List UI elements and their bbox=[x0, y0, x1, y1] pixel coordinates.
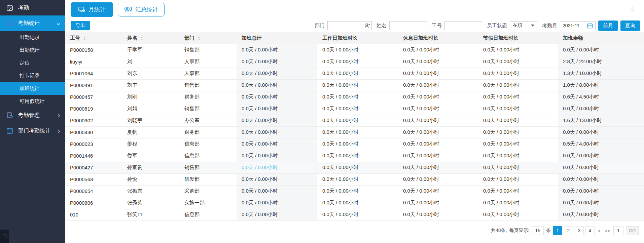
table-row[interactable]: P0001446 娄军 信息部 0.0天 / 0.00小时 0.0天 / 0.0… bbox=[65, 150, 644, 162]
last-page-button[interactable]: >> bbox=[604, 228, 611, 233]
cell-employee-id: P0000427 bbox=[65, 162, 122, 173]
sidebar: 考勤 考勤统计 出勤记录 出勤统计 定位 打卡记录 bbox=[0, 0, 65, 243]
cell-holiday-overtime: 0.0天 / 0.00小时 bbox=[478, 103, 558, 115]
sidebar-item-attendance-stats[interactable]: 考勤统计 bbox=[0, 15, 65, 31]
toolbar: 导出 部门 姓名 工号 员工状态 bbox=[65, 19, 644, 32]
sidebar-item-attendance-management[interactable]: 考勤管理 bbox=[0, 108, 65, 123]
table-row[interactable]: P0000457 刘刚 财务部 0.0天 / 0.00小时 0.0天 / 0.0… bbox=[65, 91, 644, 103]
cell-workday-overtime: 0.0天 / 0.00小时 bbox=[317, 162, 398, 173]
sort-icon[interactable]: ▲▼ bbox=[83, 36, 86, 41]
cell-overtime-balance: 0.0天 / 0.00小时 bbox=[558, 197, 644, 209]
query-button[interactable]: 查询 bbox=[620, 21, 640, 31]
table-row[interactable]: P0000427 孙富贵 销售部 0.0天 / 0.00小时 0.0天 / 0.… bbox=[65, 162, 644, 173]
cell-overtime-balance: 0.0天 / 0.00小时 bbox=[558, 126, 644, 138]
sidebar-bottom-widget[interactable] bbox=[0, 230, 9, 243]
prev-month-button[interactable]: 前月 bbox=[598, 21, 618, 31]
cell-workday-overtime: 0.0天 / 0.00小时 bbox=[317, 91, 398, 103]
cell-holiday-overtime: 0.0天 / 0.00小时 bbox=[478, 162, 558, 173]
cell-department: 采购部 bbox=[179, 185, 237, 197]
status-select[interactable]: 在职 bbox=[510, 21, 537, 30]
sidebar-submenu-item[interactable]: 定位 bbox=[0, 56, 65, 69]
cell-employee-id: P0001446 bbox=[65, 150, 122, 162]
page-button[interactable]: 4 bbox=[585, 226, 595, 235]
cell-employee-id: P0000619 bbox=[65, 103, 122, 115]
name-input[interactable] bbox=[389, 21, 427, 30]
cell-department: 信息部 bbox=[179, 150, 237, 162]
cell-workday-overtime: 0.0天 / 0.00小时 bbox=[317, 103, 398, 115]
cell-employee-id: P0000654 bbox=[65, 185, 122, 197]
sort-icon[interactable]: ▲▼ bbox=[198, 36, 200, 41]
person-add-icon[interactable] bbox=[364, 23, 370, 29]
table-row[interactable]: P0000619 刘娟 销售部 0.0天 / 0.00小时 0.0天 / 0.0… bbox=[65, 103, 644, 115]
cell-name: 刘—— bbox=[122, 56, 179, 68]
sidebar-submenu-item[interactable]: 出勤记录 bbox=[0, 31, 65, 44]
sidebar-submenu-item[interactable]: 出勤统计 bbox=[0, 44, 65, 56]
table-row[interactable]: P0000902 刘晓宇 办公室 0.0天 / 0.00小时 0.0天 / 0.… bbox=[65, 115, 644, 126]
cell-restday-overtime: 0.0天 / 0.00小时 bbox=[398, 197, 478, 209]
cell-department: 财务部 bbox=[179, 126, 237, 138]
status-label: 员工状态 bbox=[487, 23, 507, 29]
page-button[interactable]: 2 bbox=[564, 226, 573, 235]
page-button[interactable]: 1 bbox=[553, 226, 562, 235]
calendar-grid-icon bbox=[6, 127, 13, 134]
sidebar-item-department-stats[interactable]: 部门考勤统计 bbox=[0, 123, 65, 138]
sidebar-submenu-item[interactable]: 打卡记录 bbox=[0, 69, 65, 82]
employee-id-input[interactable] bbox=[444, 21, 482, 30]
sidebar-submenu: 出勤记录 出勤统计 定位 打卡记录 加班统计 可用假统计 bbox=[0, 31, 65, 108]
export-button[interactable]: 导出 bbox=[71, 21, 90, 30]
table-row[interactable]: P0000806 张秀英 实施一部 0.0天 / 0.00小时 0.0天 / 0… bbox=[65, 197, 644, 209]
page-size-box[interactable]: 15 bbox=[532, 226, 544, 235]
col-header-name[interactable]: 姓名 ▲▼ bbox=[122, 32, 179, 44]
sidebar-item-attendance[interactable]: 考勤 bbox=[0, 0, 65, 15]
page-jump-input[interactable] bbox=[613, 226, 623, 235]
cell-department: 销售部 bbox=[179, 162, 237, 173]
cell-overtime-balance: 0.6天 / 4.50小时 bbox=[558, 91, 644, 103]
table-row[interactable]: P0000491 刘丰 销售部 0.0天 / 0.00小时 0.0天 / 0.0… bbox=[65, 79, 644, 91]
document-clock-icon bbox=[6, 112, 13, 119]
cell-holiday-overtime: 0.0天 / 0.00小时 bbox=[478, 44, 558, 56]
table-row[interactable]: P0000563 孙悦 研发部 0.0天 / 0.00小时 0.0天 / 0.0… bbox=[65, 173, 644, 185]
tab-summary-stats[interactable]: 汇总统计 bbox=[118, 3, 165, 16]
col-header-overtime-total: 加班总计 bbox=[237, 32, 317, 44]
table-row[interactable]: liuyiyi 刘—— 人事部 0.0天 / 0.00小时 0.0天 / 0.0… bbox=[65, 56, 644, 68]
col-header-overtime-balance: 加班余额 bbox=[558, 32, 644, 44]
table-row[interactable]: 010 张笑11 信息部 0.0天 / 0.00小时 0.0天 / 0.00小时… bbox=[65, 209, 644, 220]
page-button[interactable]: 3 bbox=[575, 226, 584, 235]
sidebar-submenu-item[interactable]: 可用假统计 bbox=[0, 95, 65, 108]
star-icon[interactable]: ☆ bbox=[629, 5, 635, 13]
sidebar-submenu-item[interactable]: 加班统计 bbox=[0, 82, 65, 95]
cell-overtime-balance: 2.8天 / 22.00小时 bbox=[558, 56, 644, 68]
month-picker[interactable]: 2021-11 bbox=[560, 21, 596, 30]
next-page-button[interactable]: > bbox=[597, 228, 602, 233]
cell-overtime-balance: 0.0天 / 0.00小时 bbox=[558, 103, 644, 115]
cell-workday-overtime: 0.0天 / 0.00小时 bbox=[317, 150, 398, 162]
sort-icon[interactable]: ▲▼ bbox=[141, 36, 143, 41]
cell-department: 办公室 bbox=[179, 115, 237, 126]
cell-department: 销售部 bbox=[179, 44, 237, 56]
col-header-department[interactable]: 部门 ▲▼ bbox=[179, 32, 237, 44]
go-button[interactable]: GO bbox=[626, 226, 639, 235]
table-row[interactable]: P0000023 姜程 信息部 0.0天 / 0.00小时 0.0天 / 0.0… bbox=[65, 138, 644, 150]
monitor-gear-icon bbox=[78, 6, 85, 13]
pagination-bar: 共48条, 每页显示: 15 条 1 2 3 4 > >> GO bbox=[65, 226, 644, 235]
cell-restday-overtime: 0.0天 / 0.00小时 bbox=[398, 150, 478, 162]
table-row[interactable]: P0000430 夏帆 财务部 0.0天 / 0.00小时 0.0天 / 0.0… bbox=[65, 126, 644, 138]
cell-employee-id: P0000158 bbox=[65, 44, 122, 56]
unit-label: 条 bbox=[546, 228, 551, 234]
app-window: 考勤 考勤统计 出勤记录 出勤统计 定位 打卡记录 bbox=[0, 0, 644, 243]
cell-overtime-balance: 1.6天 / 13.00小时 bbox=[558, 115, 644, 126]
cell-workday-overtime: 0.0天 / 0.00小时 bbox=[317, 68, 398, 79]
cell-department: 信息部 bbox=[179, 138, 237, 150]
chevron-right-icon bbox=[57, 128, 60, 134]
table-row[interactable]: P0000654 张振东 采购部 0.0天 / 0.00小时 0.0天 / 0.… bbox=[65, 185, 644, 197]
cell-overtime-balance: 1.0天 / 8.00小时 bbox=[558, 79, 644, 91]
tab-monthly-stats[interactable]: 月统计 bbox=[71, 2, 113, 17]
tab-label: 汇总统计 bbox=[135, 6, 158, 13]
table-row[interactable]: P0001064 刘东 人事部 0.0天 / 0.00小时 0.0天 / 0.0… bbox=[65, 68, 644, 79]
cell-workday-overtime: 0.0天 / 0.00小时 bbox=[317, 126, 398, 138]
col-header-employee-id[interactable]: 工号 ▲▼ bbox=[65, 32, 122, 44]
table-row[interactable]: P0000158 于学军 销售部 0.0天 / 0.00小时 0.0天 / 0.… bbox=[65, 44, 644, 56]
cell-name: 娄军 bbox=[122, 150, 179, 162]
cell-workday-overtime: 0.0天 / 0.00小时 bbox=[317, 79, 398, 91]
cell-workday-overtime: 0.0天 / 0.00小时 bbox=[317, 44, 398, 56]
